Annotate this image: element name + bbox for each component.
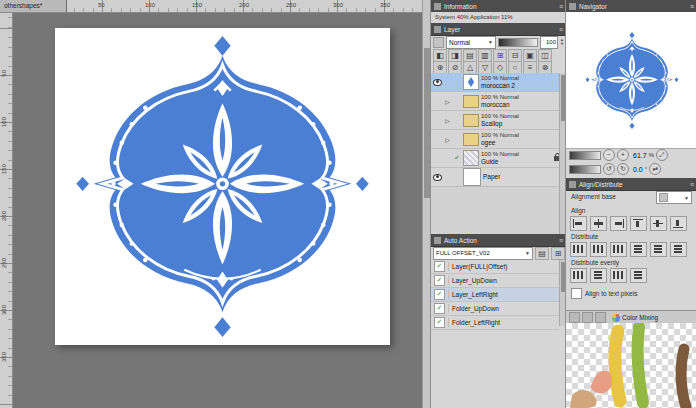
layer-thumbnail[interactable] <box>463 114 479 127</box>
layer-name[interactable]: Scallop <box>481 120 519 128</box>
action-name[interactable]: Folder_UpDown <box>452 305 499 312</box>
distribute-icon-button[interactable] <box>610 242 627 257</box>
layer-row[interactable]: ▷ ✓ 100 % Normal ogee <box>431 130 566 149</box>
layer-tool-icon[interactable]: ○ <box>508 61 522 74</box>
panel-menu-icon[interactable]: ≡ <box>559 237 563 244</box>
layer-thumbnail[interactable] <box>463 168 481 186</box>
layer-row[interactable]: ▷ ✓ 100 % Normal moroccan <box>431 92 566 111</box>
layer-row[interactable]: ▷ ✓ 100 % Normal Scallop <box>431 111 566 130</box>
divider <box>448 290 449 299</box>
align-panel-header[interactable]: Align/Distribute ≡ <box>566 178 696 191</box>
action-name[interactable]: Layer_UpDown <box>452 277 497 284</box>
visibility-toggle[interactable] <box>433 174 442 181</box>
action-set-select[interactable]: FULL OFFSET_V02▼ <box>433 247 533 260</box>
auto-action-row[interactable]: ✓ Folder_LeftRight <box>431 316 559 330</box>
zoom-out-icon[interactable]: − <box>603 149 615 161</box>
action-name[interactable]: Folder_LeftRight <box>452 319 500 326</box>
folder-expand-icon[interactable]: ▷ <box>444 117 451 124</box>
layer-name[interactable]: moroccan 2 <box>481 82 519 90</box>
auto-action-row[interactable]: ✓ Layer_UpDown <box>431 274 559 288</box>
distribute-evenly-icon-button[interactable] <box>610 268 627 283</box>
document-canvas[interactable] <box>55 28 390 345</box>
panel-menu-icon[interactable]: ≡ <box>690 181 694 188</box>
document-tab[interactable]: othershapes* <box>0 0 67 13</box>
distribute-evenly-icon-button[interactable] <box>630 268 647 283</box>
zoom-slider[interactable] <box>569 151 601 160</box>
distribute-icon-button[interactable] <box>650 242 667 257</box>
flip-horizontal-icon[interactable]: ⇄ <box>649 163 661 175</box>
eyedropper-tool-icon[interactable] <box>595 312 606 323</box>
yellow-stroke <box>615 331 620 401</box>
rotate-left-icon[interactable]: ↺ <box>603 163 615 175</box>
align-icon-button[interactable] <box>610 216 627 231</box>
layer-tool-icon[interactable]: ◇ <box>493 61 507 74</box>
fit-to-window-icon[interactable]: ⤢ <box>656 149 668 161</box>
visibility-toggle[interactable] <box>433 79 442 86</box>
auto-action-row[interactable]: ✓ Layer(FULL|Offset) <box>431 260 559 274</box>
action-checkbox[interactable]: ✓ <box>434 261 445 272</box>
canvas-area: 50 100 150 200 250 300 350 50 100 150 20… <box>0 0 430 408</box>
distribute-evenly-icon-button[interactable] <box>570 268 587 283</box>
layer-thumbnail[interactable] <box>463 95 479 108</box>
layer-name[interactable]: ogee <box>481 139 519 147</box>
align-icon-button[interactable] <box>570 216 587 231</box>
align-icon-button[interactable] <box>650 216 667 231</box>
canvas-vertical-scrollbar[interactable] <box>422 0 430 408</box>
ruler-mark: 250 <box>1 258 7 268</box>
zoom-in-icon[interactable]: + <box>617 149 629 161</box>
distribute-evenly-icon-button[interactable] <box>590 268 607 283</box>
ruler-mark: 150 <box>1 164 7 174</box>
distribute-icon-button[interactable] <box>630 242 647 257</box>
layer-name[interactable]: Guide <box>481 158 519 166</box>
add-action-icon[interactable]: ⊞ <box>551 247 565 260</box>
layer-tool-icon[interactable]: ▽ <box>478 61 492 74</box>
action-name[interactable]: Layer(FULL|Offset) <box>452 263 507 270</box>
align-icon-button[interactable] <box>630 216 647 231</box>
blend-tool-icon[interactable] <box>582 312 593 323</box>
folder-expand-icon[interactable]: ▷ <box>444 98 451 105</box>
palette-color-icon[interactable] <box>433 37 444 48</box>
opacity-stepper[interactable]: ▲▼ <box>560 38 564 46</box>
action-checkbox[interactable]: ✓ <box>434 303 445 314</box>
align-icon-button[interactable] <box>590 216 607 231</box>
layer-name[interactable]: moroccan <box>481 101 519 109</box>
distribute-icon-button[interactable] <box>590 242 607 257</box>
opacity-slider[interactable] <box>498 38 538 47</box>
layer-tool-icon[interactable]: ⊕ <box>433 61 447 74</box>
panel-menu-icon[interactable]: ≡ <box>690 3 694 10</box>
align-icon-button[interactable] <box>670 216 687 231</box>
action-checkbox[interactable]: ✓ <box>434 317 445 328</box>
align-to-pixels-label: Align to text pixels <box>585 290 637 297</box>
layer-tool-icon[interactable]: △ <box>463 61 477 74</box>
layer-thumbnail[interactable] <box>463 133 479 146</box>
distribute-icon-button[interactable] <box>670 242 687 257</box>
distribute-icon-button[interactable] <box>570 242 587 257</box>
brush-tool-icon[interactable] <box>569 312 580 323</box>
blend-mode-select[interactable]: Normal▼ <box>446 36 496 49</box>
rotate-right-icon[interactable]: ↻ <box>617 163 629 175</box>
layer-name[interactable]: Paper <box>483 173 500 181</box>
panel-menu-icon[interactable]: ≡ <box>559 3 563 10</box>
layer-row[interactable]: ▷ ✓ 100 % Normal Guide <box>431 149 566 168</box>
layer-tool-icon[interactable]: ⊗ <box>538 61 552 74</box>
auto-action-row[interactable]: ✓ Layer_LeftRight <box>431 288 559 302</box>
alignment-base-select[interactable]: ▼ <box>656 191 692 204</box>
folder-expand-icon[interactable]: ▷ <box>444 136 451 143</box>
align-to-pixels-checkbox[interactable] <box>571 288 582 299</box>
color-mixing-canvas[interactable] <box>566 323 696 408</box>
opacity-value[interactable]: 100 <box>540 36 558 49</box>
layer-row[interactable]: ▷ ✓ Paper <box>431 168 566 187</box>
layer-thumbnail[interactable] <box>463 150 479 166</box>
panel-menu-icon[interactable]: ≡ <box>559 26 563 33</box>
action-list-icon[interactable]: ▤ <box>535 247 549 260</box>
rotation-slider[interactable] <box>569 165 601 174</box>
action-checkbox[interactable]: ✓ <box>434 289 445 300</box>
action-checkbox[interactable]: ✓ <box>434 275 445 286</box>
layer-tool-icon[interactable]: ⊘ <box>448 61 462 74</box>
layer-row[interactable]: ▷ ✓ 100 % Normal moroccan 2 <box>431 73 566 92</box>
navigator-preview[interactable] <box>566 12 696 149</box>
layer-tool-icon[interactable]: ≡ <box>523 61 537 74</box>
auto-action-row[interactable]: ✓ Folder_UpDown <box>431 302 559 316</box>
action-name[interactable]: Layer_LeftRight <box>452 291 498 298</box>
layer-thumbnail[interactable] <box>463 74 479 90</box>
